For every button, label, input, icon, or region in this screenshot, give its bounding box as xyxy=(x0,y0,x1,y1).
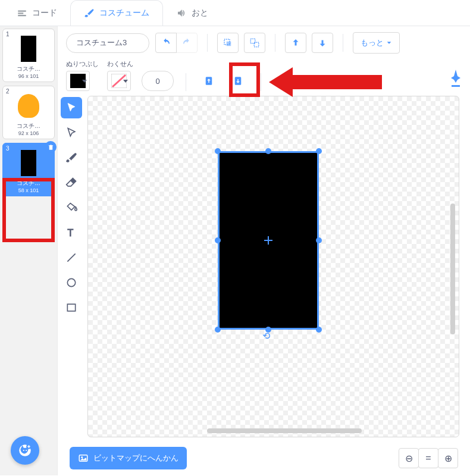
group-button[interactable] xyxy=(217,33,239,53)
cursor-icon xyxy=(65,102,77,114)
paint-canvas[interactable]: ⟲ xyxy=(87,96,459,437)
thumb-name: コスチ… xyxy=(5,65,52,73)
svg-point-17 xyxy=(81,456,83,458)
undo-icon xyxy=(161,37,171,48)
stroke-label: わくせん xyxy=(107,60,133,68)
selected-shape[interactable]: ⟲ xyxy=(218,151,319,330)
text-tool[interactable]: T xyxy=(61,222,82,243)
svg-rect-15 xyxy=(67,304,75,311)
delete-thumb-button[interactable] xyxy=(45,141,57,153)
select-tool[interactable] xyxy=(61,97,82,118)
thumb-index: 1 xyxy=(6,31,10,37)
zoom-controls: ⊖ = ⊕ xyxy=(399,448,458,468)
costume-thumb[interactable]: 2 コスチ… 92 x 106 xyxy=(2,86,55,139)
resize-handle[interactable] xyxy=(265,148,271,154)
clipboard-down-icon xyxy=(233,76,243,86)
thumb-index: 3 xyxy=(6,145,10,152)
line-tool[interactable] xyxy=(61,247,82,268)
arrow-up-icon xyxy=(290,37,301,48)
thumb-preview xyxy=(21,36,36,62)
bring-forward-button[interactable] xyxy=(285,33,306,53)
ungroup-icon xyxy=(249,37,260,48)
thumb-name: コスチ… xyxy=(5,179,52,187)
rect-tool[interactable] xyxy=(61,297,82,318)
svg-text:T: T xyxy=(67,227,73,239)
brush-tool-icon xyxy=(65,152,77,164)
clipboard-up-icon xyxy=(203,76,214,86)
cat-plus-icon xyxy=(17,443,33,458)
thumb-dim: 96 x 101 xyxy=(5,73,52,79)
tab-costumes-label: コスチューム xyxy=(99,8,149,18)
send-backward-button[interactable] xyxy=(312,33,333,53)
arrow-down-icon xyxy=(317,37,328,48)
fill-color-control: ぬりつぶし xyxy=(66,60,99,91)
eraser-tool[interactable] xyxy=(61,172,82,193)
bitmap-convert-button[interactable]: ビットマップにへんかん xyxy=(70,447,187,469)
costume-list: 1 コスチ… 96 x 101 2 コスチ… 92 x 106 3 コスチ… 5… xyxy=(0,26,57,475)
resize-handle[interactable] xyxy=(316,327,322,333)
group-icon xyxy=(223,37,233,48)
undo-button[interactable] xyxy=(155,33,177,53)
redo-button[interactable] xyxy=(176,33,198,53)
costume-thumb[interactable]: 1 コスチ… 96 x 101 xyxy=(2,29,55,82)
svg-marker-10 xyxy=(451,70,460,83)
brush-tool[interactable] xyxy=(61,147,82,168)
add-costume-button[interactable] xyxy=(11,436,39,465)
fill-label: ぬりつぶし xyxy=(66,60,99,68)
costume-name-input[interactable] xyxy=(66,33,149,53)
resize-handle[interactable] xyxy=(316,237,322,243)
costume-thumb[interactable]: 3 コスチ… 58 x 101 xyxy=(2,143,55,196)
tab-sounds-label: おと xyxy=(192,8,208,18)
thumb-preview xyxy=(21,150,36,176)
editor-tabs: コード コスチューム おと xyxy=(0,0,470,26)
svg-point-14 xyxy=(67,278,75,286)
resize-handle[interactable] xyxy=(215,148,221,154)
more-button[interactable]: もっと xyxy=(353,32,400,54)
line-icon xyxy=(65,252,77,264)
redo-icon xyxy=(181,37,192,48)
paint-bucket-tool[interactable] xyxy=(61,197,82,218)
rotate-handle[interactable]: ⟲ xyxy=(262,330,270,342)
circle-tool[interactable] xyxy=(61,272,82,293)
ungroup-button[interactable] xyxy=(244,33,265,53)
tab-code-label: コード xyxy=(32,8,57,18)
thumb-index: 2 xyxy=(6,88,10,95)
thumb-dim: 92 x 106 xyxy=(5,130,52,136)
sound-icon xyxy=(176,8,187,18)
resize-handle[interactable] xyxy=(316,148,322,154)
bitmap-label: ビットマップにへんかん xyxy=(93,453,178,464)
more-label: もっと xyxy=(361,37,384,48)
paste-svg-button[interactable] xyxy=(227,71,249,91)
tab-sounds[interactable]: おと xyxy=(163,0,221,26)
svg-rect-11 xyxy=(452,85,460,87)
zoom-out-button[interactable]: ⊖ xyxy=(399,448,419,468)
tab-costumes[interactable]: コスチューム xyxy=(70,0,163,26)
stroke-color-control: わくせん xyxy=(107,60,133,91)
circle-icon xyxy=(65,277,77,289)
tab-code[interactable]: コード xyxy=(4,0,70,26)
rect-icon xyxy=(65,302,77,314)
resize-handle[interactable] xyxy=(215,327,221,333)
zoom-reset-button[interactable]: = xyxy=(418,448,438,468)
image-icon xyxy=(78,453,89,464)
bucket-icon xyxy=(65,202,77,214)
canvas-hscroll[interactable] xyxy=(207,428,362,433)
chevron-down-icon xyxy=(386,40,392,46)
resize-handle[interactable] xyxy=(215,237,221,243)
copy-svg-button[interactable] xyxy=(198,71,220,91)
tools-column: T xyxy=(58,93,85,441)
code-icon xyxy=(17,8,27,18)
svg-line-13 xyxy=(67,253,75,261)
svg-rect-3 xyxy=(227,42,231,46)
canvas-vscroll[interactable] xyxy=(450,203,455,334)
zoom-in-button[interactable]: ⊕ xyxy=(438,448,458,468)
brush-icon xyxy=(84,8,95,18)
thumb-name: コスチ… xyxy=(5,122,52,130)
stroke-color-button[interactable] xyxy=(107,71,131,91)
stroke-width-input[interactable] xyxy=(142,71,174,91)
thumb-dim: 58 x 101 xyxy=(5,187,52,193)
fill-color-button[interactable] xyxy=(66,71,90,91)
text-icon: T xyxy=(65,227,77,239)
reshape-tool[interactable] xyxy=(61,122,82,143)
center-crosshair xyxy=(264,236,272,245)
